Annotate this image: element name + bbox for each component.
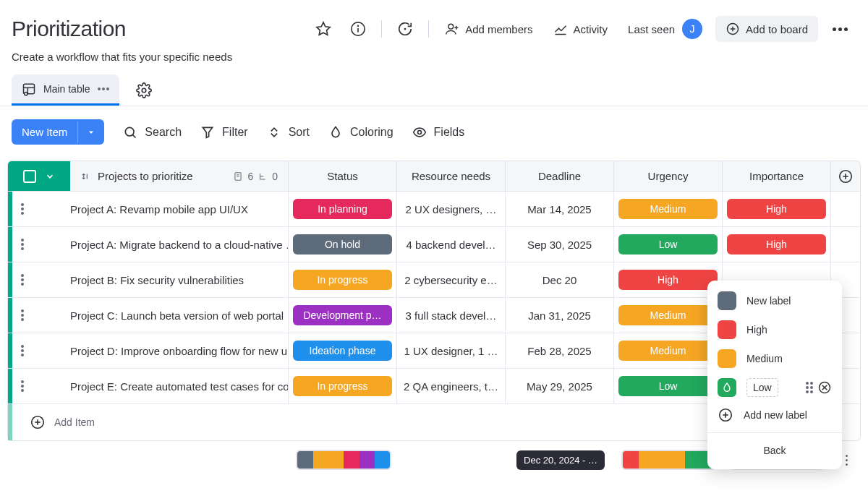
row-menu-icon[interactable] [21,239,24,250]
color-swatch [718,320,736,339]
deadline-cell[interactable]: Mar 14, 2025 [506,192,614,226]
urgency-cell[interactable]: Medium [614,298,723,333]
table-row[interactable]: Project A: Migrate backend to a cloud-na… [7,227,861,262]
row-menu-icon[interactable] [21,309,24,321]
status-cell[interactable]: In progress [289,369,397,403]
add-column-button[interactable] [831,161,860,191]
column-urgency-header[interactable]: Urgency [614,161,723,191]
urgency-cell[interactable]: Medium [614,333,723,368]
row-name-cell[interactable]: Project B: Fix security vulnerabilities [70,262,289,297]
last-seen-label: Last seen [628,23,675,35]
row-name-cell[interactable]: Project C: Launch beta version of web po… [70,298,289,333]
resource-cell[interactable]: 1 UX designer, 1 … [397,333,506,368]
row-menu-icon[interactable] [21,380,24,392]
svg-line-18 [133,134,136,137]
deadline-cell[interactable]: Dec 20 [506,262,614,297]
status-cell[interactable]: Ideation phase [289,333,397,368]
row-name-cell[interactable]: Project A: Revamp mobile app UI/UX [70,192,289,226]
deadline-cell[interactable]: May 29, 2025 [506,369,614,403]
urgency-cell[interactable]: Medium [614,192,723,226]
column-status-header[interactable]: Status [289,161,397,191]
sort-label: Sort [289,126,310,139]
svg-point-17 [126,127,135,136]
resource-cell[interactable]: 2 QA engineers, t… [397,369,506,403]
row-name-cell[interactable]: Project A: Migrate backend to a cloud-na… [70,227,289,262]
sort-button[interactable]: Sort [267,125,310,140]
select-all-checkbox[interactable] [23,170,36,183]
new-item-dropdown-icon[interactable] [77,121,104,143]
main-table-label: Main table [43,83,90,95]
activity-button[interactable]: Activity [546,16,616,42]
importance-cell[interactable]: High [723,192,831,226]
group-collapse-icon[interactable] [45,171,55,181]
more-menu-icon[interactable] [833,27,848,31]
deadline-cell[interactable]: Sep 30, 2025 [506,227,614,262]
popover-back-button[interactable]: Back [707,437,842,463]
svg-point-3 [358,25,359,26]
drag-handle-icon[interactable] [80,171,90,181]
importance-cell[interactable]: High [723,227,831,262]
row-menu-icon[interactable] [21,345,24,356]
tab-options-icon[interactable] [98,87,109,90]
add-new-label-button[interactable]: Add new label [707,402,842,428]
urgency-cell[interactable]: Low [614,369,723,403]
add-to-board-label: Add to board [746,23,808,35]
footer-menu-icon[interactable] [846,455,848,466]
urgency-cell[interactable]: High [614,262,723,297]
row-menu-icon[interactable] [21,203,24,215]
add-members-button[interactable]: Add members [438,16,540,42]
resource-cell[interactable]: 4 backend devel… [397,227,506,262]
label-option-text: New label [746,295,791,307]
column-importance-header[interactable]: Importance [723,161,831,191]
svg-point-14 [25,93,27,95]
column-resource-header[interactable]: Resource needs [397,161,506,191]
color-swatch [718,291,736,310]
info-icon[interactable] [344,14,373,43]
urgency-cell[interactable]: Low [614,227,723,262]
search-button[interactable]: Search [123,125,182,140]
status-cell[interactable]: On hold [289,227,397,262]
urgency-summary-bar[interactable] [621,450,717,470]
status-cell[interactable]: In planning [289,192,397,226]
deadline-cell[interactable]: Feb 28, 2025 [506,333,614,368]
deadline-cell[interactable]: Jan 31, 2025 [506,298,614,333]
importance-label-popover: New labelHighMediumLow Add new label Bac… [707,281,842,469]
label-option[interactable]: Low [707,373,842,402]
add-to-board-button[interactable]: Add to board [715,16,818,42]
row-name-cell[interactable]: Project E: Create automated test cases f… [70,369,289,403]
new-item-button[interactable]: New Item [12,119,104,145]
coloring-button[interactable]: Coloring [328,125,393,140]
label-option[interactable]: New label [707,286,842,315]
add-item-label: Add Item [54,416,95,428]
color-swatch [718,349,736,368]
table-row[interactable]: Project A: Revamp mobile app UI/UX In pl… [7,192,861,227]
settings-icon[interactable] [129,76,158,105]
column-name-header[interactable]: Projects to prioritize [98,170,226,182]
status-cell[interactable]: In progress [289,262,397,297]
svg-marker-16 [89,131,93,134]
row-name-cell[interactable]: Project D: Improve onboarding flow for n… [70,333,289,368]
label-option-text: High [746,324,767,335]
status-summary-bar[interactable] [296,450,391,470]
filter-button[interactable]: Filter [200,125,248,140]
label-option[interactable]: High [707,315,842,344]
last-seen-button[interactable]: Last seen J [621,13,710,45]
refresh-icon[interactable] [391,14,420,43]
status-cell[interactable]: Development p… [289,298,397,333]
resource-cell[interactable]: 2 cybersecurity e… [397,262,506,297]
remove-icon[interactable] [817,380,832,395]
row-menu-icon[interactable] [21,274,24,286]
tab-main-table[interactable]: Main table [12,74,119,106]
resource-cell[interactable]: 3 full stack devel… [397,298,506,333]
drag-handle-icon[interactable] [806,382,813,393]
label-option[interactable]: Medium [707,344,842,373]
fields-label: Fields [434,126,465,139]
resource-cell[interactable]: 2 UX designers, … [397,192,506,226]
column-deadline-header[interactable]: Deadline [506,161,614,191]
star-icon[interactable] [309,14,338,43]
deadline-range-pill[interactable]: Dec 20, 2024 - … [516,450,605,470]
divider [707,432,842,433]
fields-button[interactable]: Fields [412,125,465,140]
svg-point-5 [448,24,454,29]
search-label: Search [145,126,182,139]
